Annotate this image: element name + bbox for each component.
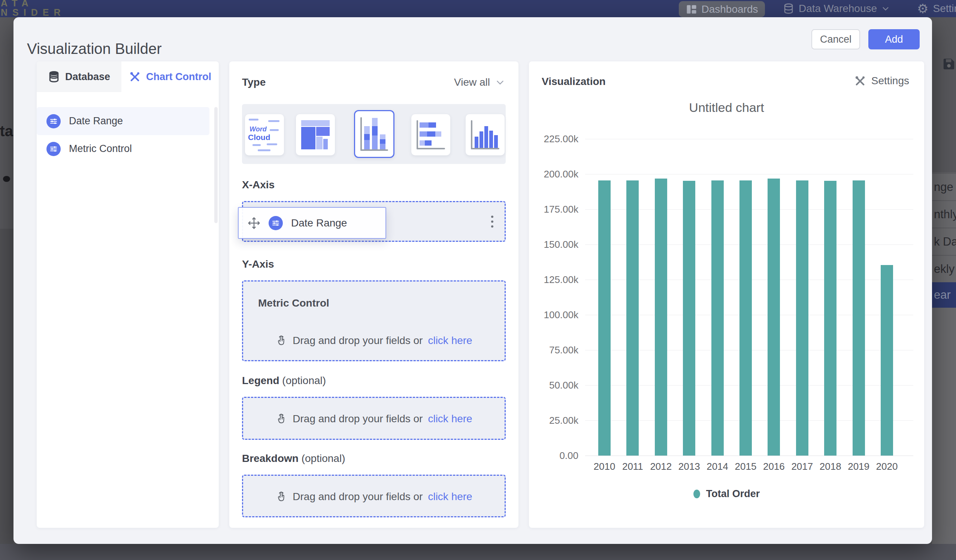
mini-stacked-bar — [364, 126, 370, 149]
chart-type-treemap[interactable] — [296, 114, 335, 155]
bar-2020[interactable] — [881, 265, 893, 456]
view-all-label: View all — [454, 76, 490, 88]
view-all-dropdown[interactable]: View all — [454, 76, 505, 88]
legend-drop-zone[interactable]: Drag and drop your fields or click here — [242, 397, 506, 440]
chart-type-stacked-column-selected[interactable] — [354, 110, 395, 158]
chip-label: Date Range — [291, 217, 347, 229]
builder-panel: Type View all Word Cloud — [229, 61, 519, 528]
nav-item-label: Settings — [933, 3, 956, 15]
breakdown-label: Breakdown (optional) — [242, 453, 345, 464]
app-logo: ATA NSIDER — [1, 0, 65, 17]
mini-bar — [475, 136, 478, 148]
legend-label-text: Legend — [242, 375, 280, 386]
legend-item-label: Total Order — [706, 488, 760, 500]
field-item-metric-control[interactable]: Metric Control — [37, 135, 209, 163]
save-icon — [942, 57, 956, 71]
bar-2016[interactable] — [767, 179, 780, 456]
background-dropdown-item[interactable]: k Date — [932, 227, 956, 255]
hand-click-icon — [275, 413, 287, 425]
y-axis-drop-zone[interactable]: Metric Control Drag and drop your fields… — [242, 280, 506, 361]
y-axis-label: Y-Axis — [242, 258, 274, 270]
settings-button[interactable]: Settings — [854, 75, 909, 87]
add-button[interactable]: Add — [868, 29, 920, 49]
gear-icon: ⚙ — [917, 2, 928, 15]
chart-type-column[interactable] — [465, 114, 505, 155]
nav-item-data-warehouse[interactable]: Data Warehouse — [783, 0, 890, 17]
background-dropdown-item[interactable]: ekly — [932, 255, 956, 282]
mini-axis — [417, 120, 418, 149]
bar-2014[interactable] — [711, 180, 724, 456]
bar-2012[interactable] — [655, 179, 667, 456]
background-text-fragment: ota — [0, 123, 13, 140]
click-here-link[interactable]: click here — [428, 413, 472, 425]
mini-hbar — [420, 122, 436, 128]
y-tick-label: 25.00k — [533, 415, 579, 427]
bar-2010[interactable] — [598, 180, 611, 456]
treemap-rect — [301, 127, 315, 149]
database-icon — [783, 3, 794, 14]
scrollbar[interactable] — [214, 107, 218, 223]
nav-item-settings[interactable]: ⚙ Settings — [917, 0, 956, 17]
mini-bar — [489, 131, 493, 148]
cancel-button[interactable]: Cancel — [811, 29, 860, 49]
click-here-link[interactable]: click here — [428, 335, 472, 347]
tab-label: Database — [65, 71, 110, 83]
mini-bar — [480, 132, 483, 148]
word-cloud-mini-word — [249, 119, 258, 121]
breakdown-drop-zone[interactable]: Drag and drop your fields or click here — [242, 475, 506, 517]
logo-line-2: NSIDER — [1, 8, 65, 17]
tab-label: Chart Control — [146, 71, 211, 83]
tools-icon — [854, 75, 866, 87]
kebab-menu-icon[interactable] — [491, 216, 493, 227]
mini-axis — [471, 120, 472, 149]
mini-axis — [360, 117, 362, 151]
drop-hint-text: Drag and drop your fields or — [292, 491, 423, 503]
tab-database[interactable]: Database — [37, 61, 121, 92]
click-here-link[interactable]: click here — [428, 491, 472, 503]
background-dropdown-item[interactable]: nthly — [932, 200, 956, 227]
chart-type-stacked-bar[interactable] — [411, 114, 450, 155]
type-label: Type — [242, 76, 266, 88]
field-item-label: Metric Control — [69, 143, 132, 155]
tools-icon — [129, 71, 141, 83]
bar-2015[interactable] — [739, 180, 752, 456]
chart-legend[interactable]: Total Order — [529, 488, 924, 500]
background-bullet-dot — [3, 176, 10, 182]
word-cloud-mini-word — [267, 143, 277, 145]
bar-chart-plot — [585, 139, 913, 456]
field-item-label: Date Range — [69, 115, 123, 127]
tab-chart-control[interactable]: Chart Control — [121, 61, 219, 92]
treemap-rect — [316, 127, 330, 136]
dragged-field-chip[interactable]: Date Range — [238, 207, 386, 239]
background-right-strip: ngenthlyk Dateeklyear — [932, 17, 956, 544]
bar-2018[interactable] — [824, 181, 836, 456]
chart-type-word-cloud[interactable]: Word Cloud — [245, 114, 284, 155]
bar-2017[interactable] — [796, 180, 808, 456]
mini-stacked-bar — [380, 134, 385, 149]
bar-2013[interactable] — [683, 181, 695, 456]
field-item-date-range[interactable]: Date Range — [37, 107, 209, 135]
visualization-panel-title: Visualization — [542, 75, 606, 88]
y-tick-label: 75.00k — [533, 344, 579, 356]
background-dropdown-item[interactable]: ear — [932, 282, 956, 308]
bar-2019[interactable] — [852, 180, 865, 456]
mini-hbar — [420, 132, 441, 136]
nav-item-dashboards[interactable]: Dashboards — [679, 1, 765, 17]
control-field-icon — [46, 142, 61, 156]
y-tick-label: 225.00k — [533, 133, 579, 145]
drop-hint: Drag and drop your fields or click here — [243, 335, 505, 347]
chart-type-strip: Word Cloud — [242, 104, 506, 164]
legend-label: Legend (optional) — [242, 375, 326, 387]
x-axis-label: X-Axis — [242, 179, 275, 191]
background-dropdown-item[interactable]: nge — [932, 173, 956, 200]
y-tick-label: 175.00k — [533, 204, 579, 215]
mini-stacked-bar — [372, 118, 377, 149]
gridline — [585, 139, 913, 139]
bar-2011[interactable] — [626, 180, 639, 456]
y-tick-label: 125.00k — [533, 274, 579, 285]
mini-axis — [360, 149, 388, 151]
drop-hint: Drag and drop your fields or click here — [243, 491, 505, 503]
breakdown-label-text: Breakdown — [242, 453, 299, 464]
word-cloud-mini-word — [268, 120, 280, 122]
treemap-rect — [316, 136, 322, 149]
